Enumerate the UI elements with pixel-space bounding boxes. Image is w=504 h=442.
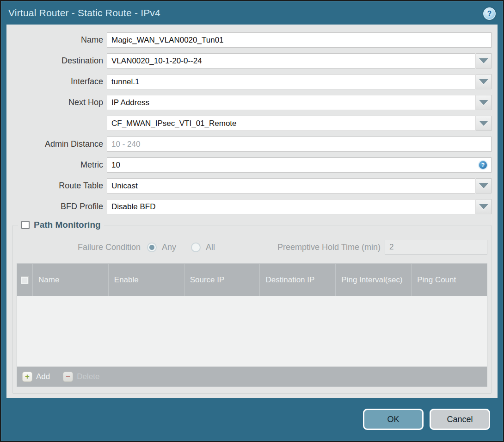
select-all-checkbox[interactable]: [21, 276, 29, 284]
table-footer: + Add − Delete: [17, 367, 487, 386]
destination-label: Destination: [12, 56, 103, 66]
next-hop-type-input[interactable]: [107, 95, 475, 110]
table-header-checkbox-cell: [17, 264, 33, 296]
next-hop-label: Next Hop: [12, 98, 103, 107]
route-table-label: Route Table: [12, 181, 103, 191]
delete-button-label: Delete: [77, 372, 99, 381]
failure-condition-option-any: Any: [147, 243, 176, 252]
destination-input[interactable]: [107, 53, 475, 68]
failure-condition-row: Failure Condition Any All Preemptive Hol…: [17, 238, 487, 256]
help-icon[interactable]: ?: [483, 7, 496, 20]
interface-dropdown-button[interactable]: [476, 74, 492, 89]
column-header-destination-ip[interactable]: Destination IP: [260, 264, 336, 296]
route-table-row: Route Table: [12, 178, 492, 193]
radio-all[interactable]: [191, 243, 201, 252]
delete-button[interactable]: − Delete: [63, 372, 99, 382]
path-monitoring-legend: Path Monitoring: [18, 220, 104, 230]
add-button-label: Add: [36, 372, 50, 381]
path-monitoring-checkbox[interactable]: [21, 221, 30, 229]
bfd-profile-label: BFD Profile: [12, 202, 103, 212]
chevron-down-icon: [479, 204, 488, 209]
delete-icon: −: [63, 372, 73, 382]
bfd-profile-row: BFD Profile: [12, 199, 492, 214]
dialog-content: Name Destination Interface: [6, 25, 498, 398]
next-hop-address-input[interactable]: [107, 116, 475, 131]
chevron-down-icon: [479, 79, 488, 84]
column-header-source-ip[interactable]: Source IP: [184, 264, 260, 296]
metric-input[interactable]: [107, 157, 492, 173]
route-table-input[interactable]: [107, 178, 475, 193]
next-hop-address-dropdown-button[interactable]: [476, 116, 492, 131]
failure-condition-label: Failure Condition: [17, 243, 141, 252]
add-button[interactable]: + Add: [22, 372, 50, 382]
column-header-name[interactable]: Name: [33, 264, 109, 296]
admin-distance-label: Admin Distance: [12, 139, 103, 149]
ok-button[interactable]: OK: [363, 409, 424, 430]
name-label: Name: [12, 35, 103, 45]
metric-label: Metric: [12, 160, 103, 170]
preemptive-hold-time-label: Preemptive Hold Time (min): [277, 243, 381, 252]
name-input[interactable]: [107, 32, 492, 48]
next-hop-row: Next Hop: [12, 95, 492, 110]
radio-any[interactable]: [147, 243, 157, 252]
path-monitoring-label: Path Monitoring: [34, 220, 101, 230]
metric-info-icon[interactable]: ?: [478, 160, 488, 170]
column-header-ping-interval[interactable]: Ping Interval(sec): [336, 264, 412, 296]
admin-distance-input[interactable]: [107, 137, 492, 152]
metric-info-glyph: ?: [481, 162, 485, 168]
name-row: Name: [12, 32, 492, 48]
dialog-title: Virtual Router - Static Route - IPv4: [8, 7, 160, 19]
dialog-title-bar: Virtual Router - Static Route - IPv4: [1, 1, 503, 25]
chevron-down-icon: [479, 100, 488, 105]
help-icon-glyph: ?: [487, 10, 492, 18]
preemptive-hold-time-group: Preemptive Hold Time (min): [277, 240, 487, 255]
path-monitoring-table: Name Enable Source IP Destination IP Pin…: [17, 263, 487, 387]
chevron-down-icon: [479, 121, 488, 126]
destination-row: Destination: [12, 53, 492, 68]
next-hop-address-row: [12, 116, 492, 131]
radio-any-label: Any: [162, 243, 176, 252]
bfd-profile-input[interactable]: [107, 199, 475, 214]
interface-row: Interface: [12, 74, 492, 89]
preemptive-hold-time-input[interactable]: [385, 240, 487, 255]
column-header-enable[interactable]: Enable: [109, 264, 184, 296]
path-monitoring-section: Path Monitoring Failure Condition Any Al…: [12, 220, 492, 394]
static-route-dialog: Virtual Router - Static Route - IPv4 ? N…: [1, 1, 503, 441]
cancel-button[interactable]: Cancel: [430, 409, 490, 430]
metric-row: Metric ?: [12, 157, 492, 173]
destination-dropdown-button[interactable]: [476, 53, 492, 68]
table-header: Name Enable Source IP Destination IP Pin…: [17, 264, 487, 296]
screen: Virtual Router - Static Route - IPv4 ? N…: [0, 0, 504, 442]
interface-label: Interface: [12, 77, 103, 87]
admin-distance-row: Admin Distance: [12, 137, 492, 152]
add-icon: +: [22, 372, 32, 382]
radio-all-label: All: [206, 243, 215, 252]
next-hop-type-dropdown-button[interactable]: [476, 95, 492, 110]
dialog-footer: OK Cancel: [1, 398, 503, 441]
bfd-profile-dropdown-button[interactable]: [476, 199, 492, 214]
route-table-dropdown-button[interactable]: [476, 178, 492, 193]
column-header-ping-count[interactable]: Ping Count: [412, 264, 487, 296]
interface-input[interactable]: [107, 74, 475, 89]
failure-condition-options: Any All: [147, 243, 215, 252]
failure-condition-option-all: All: [191, 243, 215, 252]
chevron-down-icon: [479, 58, 488, 63]
table-body-empty: [17, 296, 487, 367]
chevron-down-icon: [479, 183, 488, 188]
